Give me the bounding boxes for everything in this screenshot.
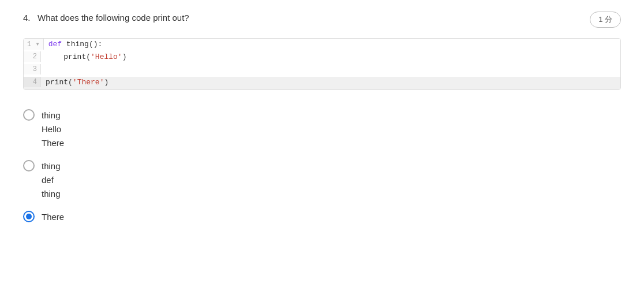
line-content-2: print('Hello') (41, 51, 131, 62)
code-line-1: 1 ▾ def thing(): (24, 39, 620, 51)
option-b-radio[interactable] (23, 160, 35, 171)
option-a-line-2: Hello (42, 122, 64, 136)
question-body: What does the following code print out? (38, 13, 189, 23)
option-c-radio[interactable] (23, 211, 35, 222)
line-number-2: 2 (24, 51, 41, 62)
code-line-3: 3 (24, 64, 620, 77)
option-b-line-2: def (42, 173, 61, 187)
line-number-1: 1 ▾ (24, 39, 44, 50)
code-line-4: 4 print('There') (24, 77, 620, 89)
option-a-line-3: There (42, 136, 64, 150)
option-b-content: thing def thing (42, 159, 61, 201)
option-b-line-1: thing (42, 159, 61, 173)
line-number-4: 4 (24, 77, 41, 87)
option-b[interactable]: thing def thing (23, 155, 621, 206)
option-a-radio[interactable] (23, 109, 35, 121)
options-list: thing Hello There thing def thing There (23, 104, 621, 229)
option-a-line-1: thing (42, 109, 64, 122)
option-a-content: thing Hello There (42, 109, 64, 150)
question-header: 4. What does the following code print ou… (23, 12, 621, 28)
question-number: 4. (23, 13, 31, 23)
option-b-line-3: thing (42, 187, 61, 201)
code-line-2: 2 print('Hello') (24, 51, 620, 64)
option-c-line-1: There (42, 210, 64, 224)
option-a[interactable]: thing Hello There (23, 104, 621, 155)
option-c-content: There (42, 210, 64, 224)
line-content-4: print('There') (41, 77, 113, 88)
score-text: 1 分 (598, 15, 612, 24)
question-text: 4. What does the following code print ou… (23, 12, 189, 25)
option-c[interactable]: There (23, 206, 621, 229)
code-block: 1 ▾ def thing(): 2 print('Hello') 3 4 pr… (23, 38, 621, 90)
score-badge: 1 分 (590, 12, 621, 28)
line-number-3: 3 (24, 64, 41, 74)
line-content-1: def thing(): (44, 39, 107, 50)
code-lines: 1 ▾ def thing(): 2 print('Hello') 3 4 pr… (24, 39, 620, 89)
line-content-3 (41, 64, 50, 66)
